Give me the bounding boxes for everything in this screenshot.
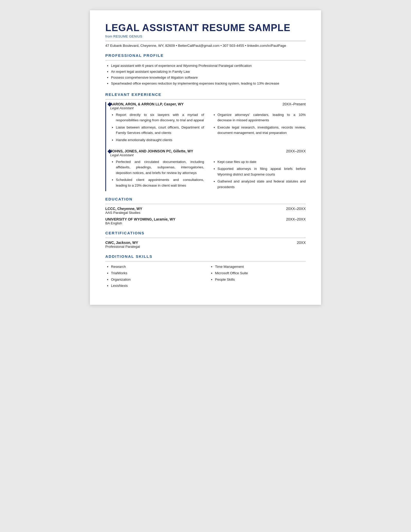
experience-divider — [105, 99, 306, 99]
profile-divider — [105, 60, 306, 60]
exp-bullet-2-r-2: Supported attorneys in filing appeal bri… — [218, 166, 306, 177]
edu-degree-2: BA English — [105, 221, 306, 225]
exp-header-2: JOHNS, JONES, AND JOHNSON PC, Gillette, … — [110, 149, 306, 153]
exp-bullets-left-2: Perfected and circulated documentation, … — [110, 159, 204, 191]
section-certifications-title: CERTIFICATIONS — [105, 231, 306, 235]
skill-right-1: Time Management — [215, 264, 306, 270]
exp-bullet-1-l-3: Handle emotionally distraught clients — [116, 137, 204, 143]
edu-header-1: LCCC, Cheyenne, WY 20XX–20XX — [105, 207, 306, 211]
exp-bullets-left-1: Report directly to six lawyers with a my… — [110, 112, 204, 144]
profile-bullet-1: Legal assistant with 6 years of experien… — [111, 63, 306, 69]
skills-col-right: Time Management Microsoft Office Suite P… — [209, 264, 306, 289]
cert-entry-1: CWC, Jackson, WY 20XX Professional Paral… — [105, 241, 306, 249]
exp-bullets-1: Report directly to six lawyers with a my… — [110, 112, 306, 144]
skill-left-2: TrialWorks — [111, 270, 202, 276]
cert-date-1: 20XX — [297, 241, 306, 245]
exp-bullet-1-r-1: Organize attorneys' calendars, leading t… — [218, 112, 306, 123]
exp-bullet-2-r-3: Gathered and analyzed state and federal … — [218, 179, 306, 190]
education-divider — [105, 204, 306, 204]
title-divider — [105, 41, 306, 41]
exp-bullet-1-l-1: Report directly to six lawyers with a my… — [116, 112, 204, 123]
exp-bullets-right-2: Kept case files up to date Supported att… — [212, 159, 306, 191]
contact-line: 47 Eubank Boulevard, Cheyenne, WY, 82609… — [105, 44, 306, 48]
skills-columns: Research TrialWorks Organization LexisNe… — [105, 264, 306, 289]
edu-date-2: 20XX–20XX — [286, 217, 306, 221]
skills-col-left: Research TrialWorks Organization LexisNe… — [105, 264, 202, 289]
profile-bullet-2: An expert legal assistant specializing i… — [111, 69, 306, 75]
skill-left-3: Organization — [111, 277, 202, 282]
section-experience-title: RELEVANT EXPERIENCE — [105, 92, 306, 97]
skill-left-4: LexisNexis — [111, 283, 202, 289]
edu-school-2: UNIVERSITY OF WYOMING, Laramie, WY — [105, 217, 175, 221]
skill-left-1: Research — [111, 264, 202, 270]
edu-degree-1: AAS Paralegal Studies — [105, 211, 306, 215]
profile-bullet-4: Spearheaded office expenses reduction by… — [111, 81, 306, 87]
exp-bullet-2-r-1: Kept case files up to date — [218, 159, 306, 165]
cert-name-1: CWC, Jackson, WY — [105, 241, 138, 245]
edu-header-2: UNIVERSITY OF WYOMING, Laramie, WY 20XX–… — [105, 217, 306, 221]
cert-sub-1: Professional Paralegal — [105, 245, 306, 249]
exp-bullet-2-l-1: Perfected and circulated documentation, … — [116, 159, 204, 176]
edu-school-1: LCCC, Cheyenne, WY — [105, 207, 142, 211]
exp-bullet-1-r-2: Execute legal research, investigations, … — [218, 125, 306, 136]
exp-company-1: AARON, ARON, & ARRON LLP, Casper, WY — [110, 102, 184, 106]
exp-bullets-2: Perfected and circulated documentation, … — [110, 159, 306, 191]
section-skills-title: ADDITIONAL SKILLS — [105, 254, 306, 259]
exp-header-1: AARON, ARON, & ARRON LLP, Casper, WY 20X… — [110, 102, 306, 106]
experience-entry-2: JOHNS, JONES, AND JOHNSON PC, Gillette, … — [110, 149, 306, 191]
experience-entries: AARON, ARON, & ARRON LLP, Casper, WY 20X… — [105, 102, 306, 191]
profile-bullet-3: Possess comprehensive knowledge of litig… — [111, 75, 306, 81]
experience-entry-1: AARON, ARON, & ARRON LLP, Casper, WY 20X… — [110, 102, 306, 144]
edu-date-1: 20XX–20XX — [286, 207, 306, 211]
exp-jobtitle-2: Legal Assistant — [110, 153, 306, 157]
skill-right-2: Microsoft Office Suite — [215, 270, 306, 276]
exp-date-1: 20XX–Present — [283, 102, 306, 106]
resume-source: from RESUME GENIUS — [105, 34, 306, 38]
section-education-title: EDUCATION — [105, 197, 306, 201]
exp-bullet-1-l-2: Liaise between attorneys, court officers… — [116, 125, 204, 136]
cert-header-1: CWC, Jackson, WY 20XX — [105, 241, 306, 245]
exp-date-2: 20XX–20XX — [286, 149, 306, 153]
resume-document: LEGAL ASSISTANT RESUME SAMPLE from RESUM… — [90, 10, 321, 305]
exp-company-2: JOHNS, JONES, AND JOHNSON PC, Gillette, … — [110, 149, 193, 153]
section-profile-title: PROFESSIONAL PROFILE — [105, 53, 306, 58]
skills-divider — [105, 261, 306, 261]
resume-title: LEGAL ASSISTANT RESUME SAMPLE — [105, 23, 306, 33]
edu-entry-2: UNIVERSITY OF WYOMING, Laramie, WY 20XX–… — [105, 217, 306, 225]
profile-bullets: Legal assistant with 6 years of experien… — [105, 63, 306, 87]
exp-jobtitle-1: Legal Assistant — [110, 106, 306, 110]
skill-right-3: People Skills — [215, 277, 306, 282]
exp-bullets-right-1: Organize attorneys' calendars, leading t… — [212, 112, 306, 144]
certifications-divider — [105, 238, 306, 238]
exp-bullet-2-l-2: Scheduled client appointments and consul… — [116, 177, 204, 188]
edu-entry-1: LCCC, Cheyenne, WY 20XX–20XX AAS Paraleg… — [105, 207, 306, 215]
